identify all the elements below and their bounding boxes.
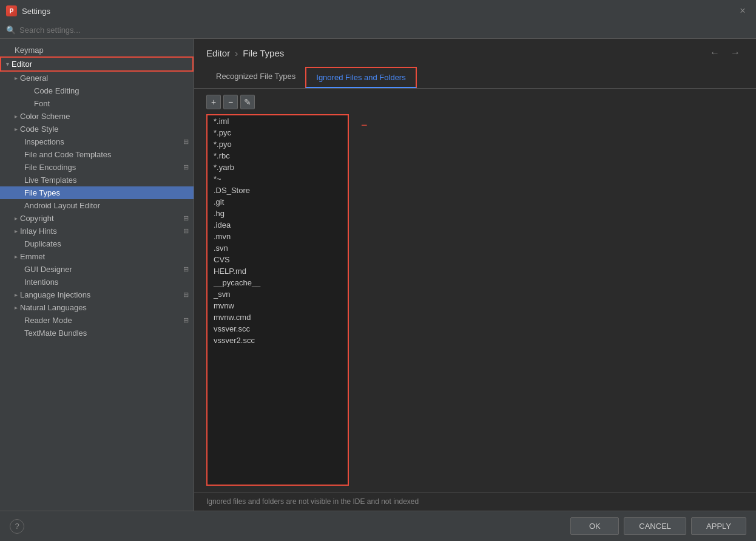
sidebar-item-font[interactable]: Font bbox=[0, 97, 194, 110]
file-item[interactable]: *.pyo bbox=[208, 138, 348, 150]
sidebar-item-inspections[interactable]: Inspections⊞ bbox=[0, 135, 194, 148]
breadcrumb-current: File Types bbox=[243, 48, 284, 58]
file-item[interactable]: __pycache__ bbox=[208, 277, 348, 288]
expand-icon: ▸ bbox=[15, 228, 18, 234]
sidebar-item-label: File Encodings bbox=[24, 163, 183, 172]
sidebar-item-label: GUI Designer bbox=[24, 265, 183, 274]
file-item[interactable]: mvnw bbox=[208, 300, 348, 311]
sidebar-badge: ⊞ bbox=[183, 227, 189, 235]
cancel-button[interactable]: CANCEL bbox=[624, 517, 686, 535]
sidebar-item-color-scheme[interactable]: ▸Color Scheme bbox=[0, 110, 194, 123]
toolbar: + − ✎ bbox=[206, 95, 744, 109]
sidebar-item-textmate-bundles[interactable]: TextMate Bundles bbox=[0, 327, 194, 339]
close-button[interactable]: × bbox=[735, 4, 750, 18]
tab-recognized[interactable]: Recognized File Types bbox=[206, 67, 305, 88]
file-item[interactable]: .hg bbox=[208, 208, 348, 219]
sidebar-item-inlay-hints[interactable]: ▸Inlay Hints⊞ bbox=[0, 225, 194, 237]
sidebar-item-gui-designer[interactable]: GUI Designer⊞ bbox=[0, 263, 194, 276]
file-item[interactable]: .idea bbox=[208, 219, 348, 231]
sidebar-item-copyright[interactable]: ▸Copyright⊞ bbox=[0, 212, 194, 225]
file-item[interactable]: .git bbox=[208, 196, 348, 208]
dialog-buttons: OK CANCEL APPLY bbox=[570, 517, 746, 535]
nav-forward-button[interactable]: → bbox=[727, 46, 744, 60]
sidebar-item-file-types[interactable]: File Types bbox=[0, 186, 194, 199]
sidebar-item-intentions[interactable]: Intentions bbox=[0, 276, 194, 288]
add-button[interactable]: + bbox=[206, 95, 221, 109]
bottom-bar: ? OK CANCEL APPLY bbox=[0, 511, 756, 541]
file-item[interactable]: *.rbc bbox=[208, 150, 348, 162]
file-item[interactable]: *~ bbox=[208, 173, 348, 185]
status-bar: Ignored files and folders are not visibl… bbox=[194, 492, 756, 511]
tab-content: + − ✎ *.iml*.pyc*.pyo*.rbc*.yarb*~.DS_St… bbox=[194, 89, 756, 492]
sidebar-item-reader-mode[interactable]: Reader Mode⊞ bbox=[0, 314, 194, 327]
sidebar-item-label: Duplicates bbox=[24, 239, 189, 248]
file-list-panel: *.iml*.pyc*.pyo*.rbc*.yarb*~.DS_Store.gi… bbox=[206, 114, 349, 486]
sidebar-item-android-layout-editor[interactable]: Android Layout Editor bbox=[0, 199, 194, 212]
sidebar-item-label: Live Templates bbox=[24, 175, 189, 185]
sidebar-item-general[interactable]: ▸General bbox=[0, 72, 194, 84]
sidebar-item-emmet[interactable]: ▸Emmet bbox=[0, 250, 194, 263]
search-icon: 🔍 bbox=[6, 26, 16, 35]
remove-button[interactable]: − bbox=[223, 95, 238, 109]
file-item[interactable]: *.yarb bbox=[208, 162, 348, 173]
file-item[interactable]: *.pyc bbox=[208, 127, 348, 138]
expand-icon: ▾ bbox=[6, 61, 9, 67]
sidebar-item-label: File and Code Templates bbox=[24, 150, 189, 159]
sidebar-item-duplicates[interactable]: Duplicates bbox=[0, 237, 194, 250]
main-layout: Keymap▾Editor▸GeneralCode EditingFont▸Co… bbox=[0, 39, 756, 511]
expand-icon: ▸ bbox=[15, 291, 18, 298]
breadcrumb: Editor › File Types ← → bbox=[194, 39, 756, 67]
sidebar-item-label: Keymap bbox=[15, 46, 189, 55]
file-item[interactable]: *.iml bbox=[208, 115, 348, 127]
file-item[interactable]: vssver.scc bbox=[208, 323, 348, 335]
sidebar-item-keymap[interactable]: Keymap bbox=[0, 44, 194, 56]
file-item[interactable]: HELP.md bbox=[208, 265, 348, 277]
file-item[interactable]: CVS bbox=[208, 254, 348, 265]
window-title: Settings bbox=[22, 7, 50, 16]
apply-button[interactable]: APPLY bbox=[691, 517, 746, 535]
expand-icon: ▸ bbox=[15, 253, 18, 260]
app-icon: P bbox=[6, 5, 17, 16]
sidebar-item-editor[interactable]: ▾Editor bbox=[0, 56, 194, 72]
sidebar: Keymap▾Editor▸GeneralCode EditingFont▸Co… bbox=[0, 39, 194, 511]
sidebar-item-label: Language Injections bbox=[20, 290, 183, 299]
file-item[interactable]: .DS_Store bbox=[208, 185, 348, 196]
sidebar-item-label: Copyright bbox=[20, 214, 183, 223]
sidebar-item-code-editing[interactable]: Code Editing bbox=[0, 84, 194, 97]
expand-icon: ▸ bbox=[15, 215, 18, 222]
sidebar-item-file-code-templates[interactable]: File and Code Templates bbox=[0, 148, 194, 161]
delete-right-button[interactable]: − bbox=[356, 117, 373, 134]
sidebar-item-label: Font bbox=[34, 99, 189, 108]
sidebar-item-label: Android Layout Editor bbox=[24, 201, 189, 210]
sidebar-item-label: Color Scheme bbox=[20, 112, 189, 121]
sidebar-item-language-injections[interactable]: ▸Language Injections⊞ bbox=[0, 288, 194, 301]
expand-icon: ▸ bbox=[15, 126, 18, 132]
sidebar-item-natural-languages[interactable]: ▸Natural Languages bbox=[0, 301, 194, 314]
file-list-layout: *.iml*.pyc*.pyo*.rbc*.yarb*~.DS_Store.gi… bbox=[206, 114, 744, 486]
sidebar-badge: ⊞ bbox=[183, 316, 189, 324]
tabs: Recognized File TypesIgnored Files and F… bbox=[194, 67, 756, 89]
sidebar-item-file-encodings[interactable]: File Encodings⊞ bbox=[0, 161, 194, 174]
sidebar-item-label: Editor bbox=[12, 60, 187, 69]
help-button[interactable]: ? bbox=[10, 519, 24, 534]
sidebar-item-label: General bbox=[20, 73, 189, 83]
expand-icon: ▸ bbox=[15, 304, 18, 311]
sidebar-item-live-templates[interactable]: Live Templates bbox=[0, 174, 194, 186]
sidebar-badge: ⊞ bbox=[183, 214, 189, 222]
tab-ignored[interactable]: Ignored Files and Folders bbox=[305, 67, 416, 88]
file-item[interactable]: mvnw.cmd bbox=[208, 311, 348, 323]
sidebar-item-label: Code Style bbox=[20, 124, 189, 134]
breadcrumb-separator: › bbox=[235, 48, 238, 58]
nav-back-button[interactable]: ← bbox=[706, 46, 723, 60]
search-input[interactable] bbox=[19, 26, 177, 35]
title-bar-left: P Settings bbox=[6, 5, 50, 16]
sidebar-item-code-style[interactable]: ▸Code Style bbox=[0, 123, 194, 135]
ok-button[interactable]: OK bbox=[570, 517, 619, 535]
file-item[interactable]: _svn bbox=[208, 288, 348, 300]
file-item[interactable]: .svn bbox=[208, 242, 348, 254]
sidebar-item-label: Inspections bbox=[24, 137, 183, 146]
file-item[interactable]: .mvn bbox=[208, 231, 348, 242]
sidebar-badge: ⊞ bbox=[183, 265, 189, 273]
file-item[interactable]: vssver2.scc bbox=[208, 335, 348, 346]
edit-button[interactable]: ✎ bbox=[240, 95, 255, 109]
